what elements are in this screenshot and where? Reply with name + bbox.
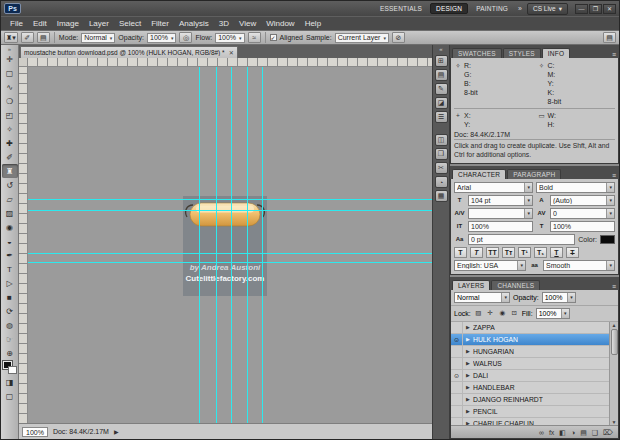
tool-history-brush[interactable]: ↺ <box>2 178 18 192</box>
clone-stamp-preset-icon[interactable]: ♜▾ <box>4 32 18 43</box>
tool-3d-rotate[interactable]: ⟳ <box>2 304 18 318</box>
flow-field[interactable]: 100%▾ <box>215 33 244 43</box>
workspace-overflow-icon[interactable]: » <box>516 5 524 12</box>
layer-style-icon[interactable]: fx <box>549 426 554 439</box>
subscript-button[interactable]: T₁ <box>534 247 547 258</box>
tool-hand[interactable]: ☞ <box>2 332 18 346</box>
underline-button[interactable]: T <box>550 247 563 258</box>
menu-analysis[interactable]: Analysis <box>174 19 214 28</box>
layer-row[interactable]: ▶PENCIL <box>451 406 609 418</box>
visibility-toggle[interactable] <box>451 394 463 405</box>
expand-icon[interactable]: ▶ <box>463 324 473 330</box>
visibility-toggle[interactable]: ⊙ <box>451 370 463 381</box>
tracking-field[interactable]: 0▾ <box>550 208 615 219</box>
new-group-icon[interactable]: ▤ <box>580 426 587 439</box>
guide-horizontal[interactable] <box>28 210 432 211</box>
superscript-button[interactable]: T¹ <box>518 247 531 258</box>
layer-row-selected[interactable]: ⊙▶HULK HOGAN <box>451 334 609 346</box>
blend-mode-select[interactable]: Normal▾ <box>454 292 510 303</box>
tool-lasso[interactable]: ∿ <box>2 80 18 94</box>
collapsed-panel-icon[interactable]: ▤ <box>435 69 448 81</box>
collapsed-panel-icon[interactable]: ✎ <box>435 83 448 95</box>
workspace-design[interactable]: DESIGN <box>430 3 468 14</box>
visibility-toggle[interactable] <box>451 346 463 357</box>
layer-row[interactable]: ▶HUNGARIAN <box>451 346 609 358</box>
tool-blur[interactable]: ◉ <box>2 220 18 234</box>
vertical-ruler[interactable] <box>19 67 28 423</box>
close-icon[interactable]: ✕ <box>229 49 234 56</box>
tool-eyedropper[interactable]: ✧ <box>2 122 18 136</box>
color-swatches[interactable] <box>3 361 17 374</box>
font-style-select[interactable]: Bold▾ <box>536 182 615 193</box>
language-select[interactable]: English: USA▾ <box>454 260 526 271</box>
expand-icon[interactable]: ▶ <box>463 348 473 354</box>
lock-position-icon[interactable]: ✛ <box>486 309 495 317</box>
visibility-toggle[interactable] <box>451 358 463 369</box>
tool-quick-selection[interactable]: ❍ <box>2 94 18 108</box>
guide-horizontal[interactable] <box>28 199 432 200</box>
lock-pixels-icon[interactable]: ◉ <box>498 309 507 317</box>
all-caps-button[interactable]: TT <box>486 247 499 258</box>
visibility-toggle[interactable]: ⊙ <box>451 334 463 345</box>
quick-mask-button[interactable]: ◨ <box>2 375 18 389</box>
mode-select[interactable]: Normal▾ <box>81 33 115 43</box>
tool-crop[interactable]: ◰ <box>2 108 18 122</box>
collapsed-panel-icon[interactable]: ☰ <box>435 111 448 123</box>
collapsed-panel-icon[interactable]: ❒ <box>435 148 448 160</box>
menu-layer[interactable]: Layer <box>84 19 114 28</box>
faux-italic-button[interactable]: T <box>470 247 483 258</box>
expand-icon[interactable]: ▶ <box>463 372 473 378</box>
screen-mode-button[interactable]: ▢ <box>2 389 18 403</box>
faux-bold-button[interactable]: T <box>454 247 467 258</box>
canvas[interactable]: by Andrea Austoni Cutelittlefactory.com <box>28 67 432 423</box>
tab-paragraph[interactable]: PARAGRAPH <box>507 169 561 179</box>
baseline-shift-field[interactable]: 0 pt <box>468 234 575 245</box>
tool-eraser[interactable]: ▱ <box>2 192 18 206</box>
guide-vertical[interactable] <box>231 67 232 423</box>
layers-scrollbar[interactable]: ▲ ▼ <box>609 322 618 425</box>
menu-help[interactable]: Help <box>300 19 326 28</box>
toggle-panels-icon[interactable]: ▤ <box>603 32 616 43</box>
guide-vertical[interactable] <box>216 67 217 423</box>
workspace-painting[interactable]: PAINTING <box>471 4 513 13</box>
tool-clone-stamp[interactable]: ♜ <box>2 164 18 178</box>
sample-select[interactable]: Current Layer▾ <box>335 33 389 43</box>
tab-channels[interactable]: CHANNELS <box>491 280 540 290</box>
visibility-toggle[interactable] <box>451 418 463 425</box>
tab-info[interactable]: INFO <box>542 48 570 58</box>
vertical-scale-field[interactable]: 100% <box>468 221 533 232</box>
dock-collapse-icon[interactable]: « <box>439 46 442 53</box>
layer-row[interactable]: ▶WALRUS <box>451 358 609 370</box>
small-caps-button[interactable]: Tᴛ <box>502 247 515 258</box>
panel-menu-icon[interactable]: ≡ <box>612 51 616 58</box>
layer-mask-icon[interactable]: ◧ <box>559 426 566 439</box>
expand-icon[interactable]: ▶ <box>463 360 473 366</box>
tab-swatches[interactable]: SWATCHES <box>452 48 502 58</box>
menu-window[interactable]: Window <box>261 19 299 28</box>
tool-type[interactable]: T <box>2 262 18 276</box>
collapsed-panel-icon[interactable]: ◪ <box>435 97 448 109</box>
menu-view[interactable]: View <box>234 19 261 28</box>
menu-image[interactable]: Image <box>52 19 84 28</box>
guide-vertical[interactable] <box>199 67 200 423</box>
close-button[interactable]: ✕ <box>603 4 616 14</box>
leading-field[interactable]: (Auto)▾ <box>550 195 615 206</box>
scroll-up-icon[interactable]: ▲ <box>612 322 617 328</box>
cs-live-button[interactable]: CS Live▾ <box>527 3 568 15</box>
menu-3d[interactable]: 3D <box>214 19 234 28</box>
collapsed-panel-icon[interactable]: ✂ <box>435 162 448 174</box>
tool-gradient[interactable]: ▨ <box>2 206 18 220</box>
airbrush-icon[interactable]: ≈ <box>248 32 261 43</box>
visibility-toggle[interactable] <box>451 322 463 333</box>
tab-character[interactable]: CHARACTER <box>452 169 506 179</box>
layer-row[interactable]: ▶DJANGO REINHARDT <box>451 394 609 406</box>
tool-move[interactable]: ✛ <box>2 52 18 66</box>
menu-edit[interactable]: Edit <box>28 19 52 28</box>
layer-row[interactable]: ▶HANDLEBAR <box>451 382 609 394</box>
layer-row[interactable]: ▶ZAPPA <box>451 322 609 334</box>
tool-rectangular-marquee[interactable]: ▢ <box>2 66 18 80</box>
menu-file[interactable]: File <box>5 19 28 28</box>
photoshop-logo[interactable]: Ps <box>4 3 21 14</box>
delete-layer-icon[interactable]: ⌦ <box>603 426 613 439</box>
font-size-field[interactable]: 104 pt▾ <box>468 195 533 206</box>
